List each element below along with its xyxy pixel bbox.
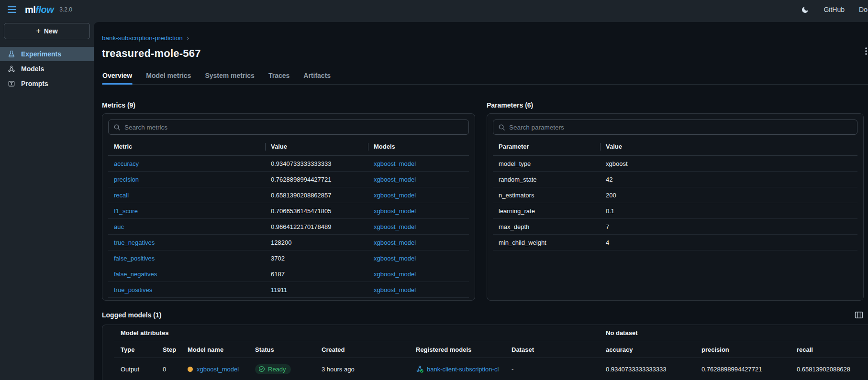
version-label: 3.2.0	[59, 6, 72, 13]
logged-models-heading: Logged models (1)	[102, 311, 161, 319]
column-header-metric: Metric	[108, 143, 265, 150]
parameters-search	[493, 119, 857, 135]
model-link[interactable]: xgboost_model	[374, 223, 416, 230]
table-row: min_child_weight 4	[493, 235, 857, 250]
metric-value: 128200	[265, 239, 368, 246]
github-link[interactable]: GitHub	[823, 6, 845, 13]
table-row: random_state 42	[493, 172, 857, 187]
model-link[interactable]: xgboost_model	[374, 192, 416, 199]
parameter-value: 4	[600, 239, 857, 246]
metric-link[interactable]: f1_score	[114, 207, 138, 215]
sidebar-item-models[interactable]: Models	[0, 62, 94, 76]
parameter-value: 42	[600, 176, 857, 183]
metric-value: 0.9664122170178489	[265, 223, 368, 230]
model-link[interactable]: xgboost_model	[374, 176, 416, 183]
sidebar-item-prompts[interactable]: Prompts	[0, 76, 94, 91]
dark-mode-toggle[interactable]	[801, 6, 809, 14]
metric-link[interactable]: true_negatives	[114, 239, 155, 246]
table-row: false_positives 3702 xgboost_model	[108, 250, 469, 266]
table-row: recall 0.6581390208862857 xgboost_model	[108, 187, 469, 203]
moon-icon	[801, 6, 809, 14]
logged-models-group-row: Model attributes No dataset	[114, 325, 868, 341]
parameter-name: max_depth	[493, 223, 600, 230]
new-button[interactable]: + New	[4, 23, 90, 39]
metric-link[interactable]: false_positives	[114, 255, 155, 262]
registered-model-icon	[416, 365, 424, 373]
sidebar-item-label: Experiments	[21, 50, 61, 58]
parameters-search-input[interactable]	[509, 124, 852, 131]
metric-value: 0.6581390208862857	[265, 192, 368, 199]
column-header-recall: recall	[797, 346, 868, 353]
model-link[interactable]: xgboost_model	[374, 255, 416, 262]
metric-link[interactable]: false_negatives	[114, 271, 157, 278]
tab-system-metrics[interactable]: System metrics	[204, 72, 255, 84]
column-header-model-name: Model name	[188, 346, 255, 353]
parameter-name: model_type	[493, 160, 600, 167]
tab-bar: Overview Model metrics System metrics Tr…	[102, 72, 868, 85]
metric-value: 3702	[265, 255, 368, 262]
metrics-section: Metrics (9) Metric Value Models a	[102, 101, 475, 301]
overflow-menu-icon[interactable]	[864, 47, 868, 55]
parameters-heading: Parameters (6)	[487, 101, 864, 109]
tab-model-metrics[interactable]: Model metrics	[145, 72, 191, 84]
hamburger-glyph	[8, 6, 16, 13]
logo-ml: ml	[25, 4, 35, 15]
table-row: auc 0.9664122170178489 xgboost_model	[108, 219, 469, 235]
model-link[interactable]: xgboost_model	[374, 207, 416, 215]
logged-models-header: Logged models (1)	[102, 311, 868, 319]
group-model-attributes: Model attributes	[114, 329, 606, 337]
table-row: true_negatives 128200 xgboost_model	[108, 235, 469, 250]
parameter-name: min_child_weight	[493, 239, 600, 246]
model-link[interactable]: xgboost_model	[374, 271, 416, 278]
new-button-label: New	[44, 27, 58, 35]
metrics-table-header: Metric Value Models	[108, 138, 469, 156]
metrics-search-input[interactable]	[124, 124, 464, 131]
parameters-table-header: Parameter Value	[493, 138, 857, 156]
column-header-status: Status	[255, 346, 322, 353]
logged-models-card: Model attributes No dataset Type Step Mo…	[102, 325, 868, 380]
tab-overview[interactable]: Overview	[102, 72, 133, 84]
column-header-step: Step	[163, 346, 188, 353]
overview-panels: Metrics (9) Metric Value Models a	[102, 101, 868, 301]
breadcrumb-experiment-link[interactable]: bank-subscription-prediction	[102, 34, 183, 42]
sidebar-item-label: Prompts	[21, 80, 48, 87]
model-link[interactable]: xgboost_model	[374, 160, 416, 167]
tab-traces[interactable]: Traces	[268, 72, 290, 84]
model-link[interactable]: xgboost_model	[374, 239, 416, 246]
column-header-created: Created	[322, 346, 416, 353]
column-header-parameter: Parameter	[493, 143, 600, 150]
metric-link[interactable]: accuracy	[114, 160, 139, 167]
metric-value: 11911	[265, 286, 368, 293]
model-link[interactable]: xgboost_model	[374, 286, 416, 293]
registered-model-link[interactable]: bank-client-subscription-cl	[427, 366, 499, 373]
plus-icon: +	[36, 27, 40, 35]
search-icon	[113, 124, 121, 131]
metric-link[interactable]: true_positives	[114, 286, 152, 293]
models-network-icon	[7, 65, 16, 73]
sidebar-item-experiments[interactable]: Experiments	[0, 47, 94, 61]
table-row: learning_rate 0.1	[493, 203, 857, 219]
column-header-value: Value	[265, 143, 368, 150]
docs-link[interactable]: Docs	[859, 6, 868, 13]
logged-model-link[interactable]: xgboost_model	[197, 366, 239, 373]
column-selector-icon[interactable]	[855, 311, 863, 319]
sidebar-item-label: Models	[21, 65, 44, 73]
logo-flow: flow	[35, 4, 54, 15]
metric-value: 0.9340733333333333	[265, 160, 368, 167]
parameter-value: 200	[600, 192, 857, 199]
metrics-card: Metric Value Models accuracy 0.934073333…	[102, 113, 475, 301]
topbar-right: GitHub Docs	[801, 6, 868, 14]
metric-link[interactable]: precision	[114, 176, 139, 183]
registered-model-cell: bank-client-subscription-cl	[416, 365, 512, 373]
tab-artifacts[interactable]: Artifacts	[303, 72, 331, 84]
metric-link[interactable]: auc	[114, 223, 124, 230]
metric-link[interactable]: recall	[114, 192, 129, 199]
mlflow-logo[interactable]: mlflow	[25, 4, 54, 15]
hamburger-menu-icon[interactable]	[6, 3, 18, 16]
parameter-name: random_state	[493, 176, 600, 183]
logged-model-status-cell: Ready	[255, 364, 322, 374]
parameters-card: Parameter Value model_type xgboost rando…	[487, 113, 864, 301]
parameter-value: 0.1	[600, 207, 857, 215]
group-no-dataset: No dataset	[606, 329, 701, 337]
logged-model-recall: 0.65813902088628	[797, 366, 868, 373]
